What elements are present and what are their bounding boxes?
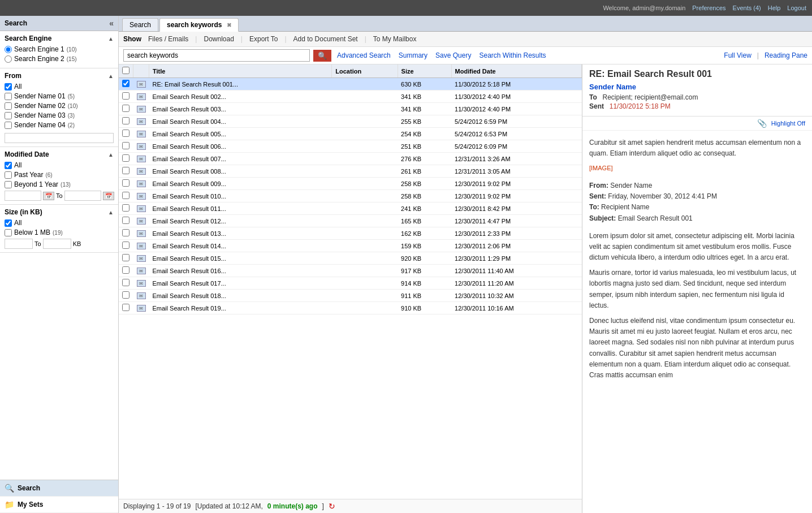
table-row[interactable]: ✉ Email Search Result 014... 159 KB 12/3… (119, 240, 582, 252)
from-all-checkbox[interactable] (5, 83, 12, 90)
row-checkbox[interactable] (122, 142, 129, 149)
row-title[interactable]: Email Search Result 010... (149, 190, 332, 202)
table-row[interactable]: ✉ Email Search Result 013... 162 KB 12/3… (119, 227, 582, 240)
table-row[interactable]: ✉ Email Search Result 019... 910 KB 12/3… (119, 302, 582, 314)
row-title[interactable]: Email Search Result 004... (149, 115, 332, 128)
row-title[interactable]: Email Search Result 008... (149, 165, 332, 178)
row-title[interactable]: Email Search Result 005... (149, 128, 332, 140)
row-title[interactable]: Email Search Result 017... (149, 277, 332, 290)
size-to-input[interactable] (43, 239, 71, 249)
row-title[interactable]: Email Search Result 012... (149, 215, 332, 227)
table-row[interactable]: ✉ Email Search Result 006... 251 KB 5/24… (119, 140, 582, 153)
table-row[interactable]: ✉ Email Search Result 009... 258 KB 12/3… (119, 178, 582, 190)
table-row[interactable]: ✉ Email Search Result 012... 165 KB 12/3… (119, 215, 582, 227)
row-title[interactable]: Email Search Result 003... (149, 103, 332, 115)
row-checkbox[interactable] (122, 217, 129, 224)
row-title[interactable]: Email Search Result 007... (149, 153, 332, 165)
sidebar-item-search[interactable]: 🔍 Search (0, 480, 118, 497)
row-title[interactable]: Email Search Result 019... (149, 302, 332, 314)
from-search-input[interactable] (5, 133, 114, 143)
row-checkbox[interactable] (122, 291, 129, 299)
date-all-checkbox[interactable] (5, 162, 12, 169)
row-checkbox[interactable] (122, 304, 129, 311)
row-checkbox[interactable] (122, 179, 129, 187)
events-link[interactable]: Events (4) (733, 5, 761, 11)
advanced-search-btn[interactable]: Advanced Search (335, 50, 393, 61)
row-title[interactable]: Email Search Result 013... (149, 227, 332, 240)
table-row[interactable]: ✉ Email Search Result 002... 341 KB 11/3… (119, 90, 582, 103)
row-checkbox[interactable] (122, 192, 129, 199)
size-below-1mb-checkbox[interactable] (5, 229, 12, 236)
col-size[interactable]: Size (398, 64, 451, 78)
search-go-button[interactable]: 🔍 (313, 50, 331, 62)
row-checkbox[interactable] (122, 229, 129, 236)
col-title[interactable]: Title (149, 64, 332, 78)
table-row[interactable]: ✉ RE: Email Search Result 001... 630 KB … (119, 78, 582, 90)
col-location[interactable]: Location (332, 64, 398, 78)
add-to-doc-set-btn[interactable]: Add to Document Set (291, 34, 360, 44)
search-engine-2-radio[interactable] (5, 55, 12, 63)
date-from-cal-btn[interactable]: 📅 (43, 192, 54, 200)
summary-btn[interactable]: Summary (396, 50, 430, 61)
from-sender4-checkbox[interactable] (5, 122, 12, 129)
date-from-input[interactable] (5, 191, 41, 201)
save-query-btn[interactable]: Save Query (433, 50, 473, 61)
sidebar-collapse-btn[interactable]: « (109, 19, 114, 28)
table-row[interactable]: ✉ Email Search Result 017... 914 KB 12/3… (119, 277, 582, 290)
from-toggle[interactable]: ▲ (108, 73, 114, 79)
tab-search[interactable]: Search (122, 18, 158, 31)
date-beyond-year-checkbox[interactable] (5, 181, 12, 188)
search-engine-toggle[interactable]: ▲ (108, 36, 114, 42)
select-all-checkbox[interactable] (122, 67, 129, 74)
modified-date-toggle[interactable]: ▲ (108, 152, 114, 158)
row-title[interactable]: Email Search Result 015... (149, 252, 332, 265)
tab-keywords-close[interactable]: ✖ (227, 22, 231, 28)
col-modified-date[interactable]: Modified Date (451, 64, 581, 78)
size-toggle[interactable]: ▲ (108, 209, 114, 215)
row-title[interactable]: RE: Email Search Result 001... (149, 78, 332, 90)
row-checkbox[interactable] (122, 204, 129, 212)
date-to-cal-btn[interactable]: 📅 (103, 192, 114, 200)
from-sender2-checkbox[interactable] (5, 102, 12, 110)
row-checkbox[interactable] (122, 130, 129, 137)
help-link[interactable]: Help (768, 5, 781, 11)
logout-link[interactable]: Logout (787, 5, 806, 11)
table-row[interactable]: ✉ Email Search Result 010... 258 KB 12/3… (119, 190, 582, 202)
row-title[interactable]: Email Search Result 006... (149, 140, 332, 153)
table-row[interactable]: ✉ Email Search Result 004... 255 KB 5/24… (119, 115, 582, 128)
row-checkbox[interactable] (122, 154, 129, 162)
search-engine-1-radio[interactable] (5, 46, 12, 53)
row-title[interactable]: Email Search Result 016... (149, 265, 332, 277)
size-from-input[interactable] (5, 239, 33, 249)
table-row[interactable]: ✉ Email Search Result 015... 920 KB 12/3… (119, 252, 582, 265)
table-row[interactable]: ✉ Email Search Result 008... 261 KB 12/3… (119, 165, 582, 178)
date-to-input[interactable] (64, 191, 101, 201)
row-checkbox[interactable] (122, 242, 129, 249)
sidebar-item-my-sets[interactable]: 📁 My Sets (0, 497, 118, 513)
table-row[interactable]: ✉ Email Search Result 016... 917 KB 12/3… (119, 265, 582, 277)
from-sender3-checkbox[interactable] (5, 112, 12, 119)
from-sender1-checkbox[interactable] (5, 93, 12, 100)
row-title[interactable]: Email Search Result 011... (149, 202, 332, 215)
tab-keywords[interactable]: search keywords ✖ (159, 18, 239, 32)
export-to-btn[interactable]: Export To (247, 34, 280, 44)
table-row[interactable]: ✉ Email Search Result 007... 276 KB 12/3… (119, 153, 582, 165)
preferences-link[interactable]: Preferences (692, 5, 725, 11)
search-within-btn[interactable]: Search Within Results (477, 50, 548, 61)
size-all-checkbox[interactable] (5, 219, 12, 227)
row-checkbox[interactable] (122, 80, 129, 87)
row-checkbox[interactable] (122, 117, 129, 124)
search-input[interactable] (123, 49, 310, 62)
refresh-btn[interactable]: ↻ (329, 502, 335, 511)
row-title[interactable]: Email Search Result 009... (149, 178, 332, 190)
table-row[interactable]: ✉ Email Search Result 018... 911 KB 12/3… (119, 290, 582, 302)
reading-pane-btn[interactable]: Reading Pane (765, 51, 807, 59)
table-row[interactable]: ✉ Email Search Result 005... 254 KB 5/24… (119, 128, 582, 140)
highlight-off-btn[interactable]: Highlight Off (771, 120, 805, 127)
table-row[interactable]: ✉ Email Search Result 003... 341 KB 11/3… (119, 103, 582, 115)
row-title[interactable]: Email Search Result 018... (149, 290, 332, 302)
row-checkbox[interactable] (122, 266, 129, 274)
date-past-year-checkbox[interactable] (5, 171, 12, 179)
download-btn[interactable]: Download (201, 34, 236, 44)
row-title[interactable]: Email Search Result 002... (149, 90, 332, 103)
